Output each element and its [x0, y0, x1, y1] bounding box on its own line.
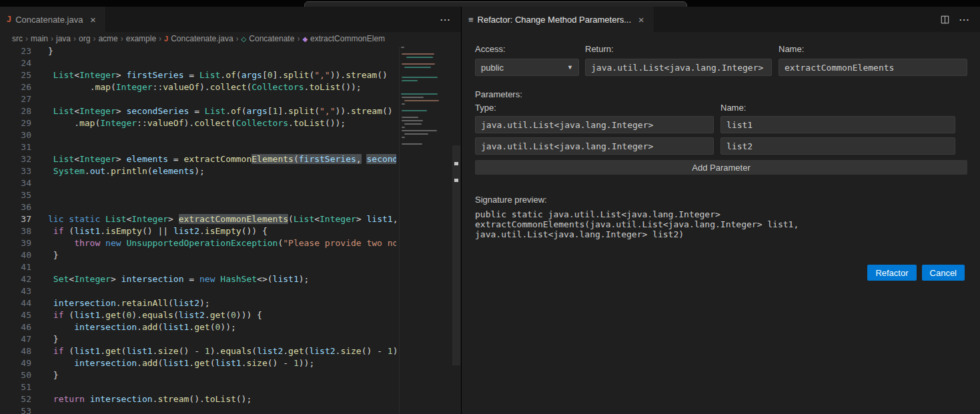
code-line[interactable]: 46 intersection.add(list1.get(0));	[0, 321, 396, 333]
return-type-input[interactable]	[585, 59, 772, 76]
code-line[interactable]: 25 List<Integer> firstSeries = List.of(a…	[0, 69, 396, 81]
breadcrumb-item[interactable]: example	[126, 34, 156, 43]
editor-more-actions-icon[interactable]: ⋯	[440, 13, 450, 26]
refactor-form: Access: Return: Name: public ▼ Parameter…	[462, 32, 980, 414]
line-number: 31	[0, 141, 31, 153]
breadcrumb-item[interactable]: ◆extractCommonElem	[302, 34, 385, 43]
tab-refactor-change-method-parameters[interactable]: ≡ Refactor: Change Method Parameters... …	[462, 7, 654, 32]
add-parameter-button[interactable]: Add Parameter	[475, 160, 967, 175]
code-line[interactable]: 40 }	[0, 249, 396, 261]
parameter-name-input[interactable]	[720, 137, 955, 155]
code-line[interactable]: 52 return intersection.stream().toList()…	[0, 393, 396, 405]
code-line[interactable]: 30	[0, 129, 396, 141]
breadcrumb-item[interactable]: java	[56, 34, 71, 43]
code-line[interactable]: 26 .map(Integer::valueOf).collect(Collec…	[0, 81, 396, 93]
parameter-row	[475, 137, 955, 155]
code-line[interactable]: 41	[0, 261, 396, 273]
tab-label: Concatenate.java	[15, 15, 83, 25]
code-line[interactable]: 34	[0, 177, 396, 189]
breadcrumb-item[interactable]: main	[31, 34, 48, 43]
signature-preview-label: Signature preview:	[475, 195, 547, 205]
line-number: 41	[0, 261, 31, 273]
code-editor[interactable]: 23}2425 List<Integer> firstSeries = List…	[0, 45, 461, 414]
line-number: 37	[0, 213, 31, 225]
breadcrumb: src›main›java›org›acme›example›JConcaten…	[0, 32, 461, 45]
code-line[interactable]: 53	[0, 405, 396, 414]
parameters-label: Parameters:	[475, 89, 522, 99]
line-number: 39	[0, 237, 31, 249]
line-number: 46	[0, 321, 31, 333]
parameter-type-input[interactable]	[475, 116, 714, 133]
line-number: 27	[0, 93, 31, 105]
code-line[interactable]: 39 throw new UnsupportedOperationExcepti…	[0, 237, 396, 249]
code-line[interactable]: 45 if (list1.get(0).equals(list2.get(0))…	[0, 309, 396, 321]
breadcrumb-item[interactable]: src	[12, 34, 23, 43]
java-file-icon: J	[7, 15, 11, 24]
overview-ruler	[452, 45, 461, 414]
code-line[interactable]: 23}	[0, 45, 396, 57]
code-line[interactable]: 43	[0, 285, 396, 297]
code-line[interactable]: 33 System.out.println(elements);	[0, 165, 396, 177]
title-bar	[0, 0, 980, 7]
code-line[interactable]: 47 }	[0, 333, 396, 345]
refactor-button[interactable]: Refactor	[867, 265, 916, 281]
line-number: 45	[0, 309, 31, 321]
line-number: 24	[0, 57, 31, 69]
signature-preview: public static java.util.List<java.lang.I…	[475, 209, 799, 239]
line-number: 47	[0, 333, 31, 345]
parameter-name-input[interactable]	[720, 116, 955, 133]
code-line[interactable]: 29 .map(Integer::valueOf).collect(Collec…	[0, 117, 396, 129]
cancel-button[interactable]: Cancel	[922, 265, 965, 281]
code-line[interactable]: 36	[0, 201, 396, 213]
access-selected-value: public	[481, 63, 504, 73]
param-rows	[475, 116, 955, 159]
chevron-down-icon: ▼	[567, 64, 573, 71]
panel-more-actions-icon[interactable]: ⋯	[959, 13, 969, 26]
tab-concatenate-java[interactable]: J Concatenate.java ×	[0, 7, 106, 32]
tab-close-icon[interactable]: ×	[87, 14, 99, 25]
line-number: 43	[0, 285, 31, 297]
param-name-label: Name:	[720, 103, 746, 113]
line-number: 33	[0, 165, 31, 177]
code-line[interactable]: 28 List<Integer> secondSeries = List.of(…	[0, 105, 396, 117]
command-center[interactable]	[304, 1, 687, 7]
code-line[interactable]: 35	[0, 189, 396, 201]
line-number: 40	[0, 249, 31, 261]
breadcrumb-item[interactable]: JConcatenate.java	[164, 34, 233, 43]
code-line[interactable]: 37lic static List<Integer> extractCommon…	[0, 213, 396, 225]
breadcrumb-item[interactable]: org	[79, 34, 90, 43]
code-line[interactable]: 50 }	[0, 369, 396, 381]
line-number: 34	[0, 177, 31, 189]
parameter-type-input[interactable]	[475, 137, 714, 155]
code-line[interactable]: 42 Set<Integer> intersection = new HashS…	[0, 273, 396, 285]
panel-close-icon[interactable]: ×	[635, 14, 647, 25]
line-number: 42	[0, 273, 31, 285]
breadcrumb-item[interactable]: ◇Concatenate	[241, 34, 295, 43]
access-select[interactable]: public ▼	[475, 59, 579, 76]
line-number: 26	[0, 81, 31, 93]
line-number: 52	[0, 393, 31, 405]
code-line[interactable]: 44 intersection.retainAll(list2);	[0, 297, 396, 309]
code-line[interactable]: 32 List<Integer> elements = extractCommo…	[0, 153, 396, 165]
breadcrumb-item[interactable]: acme	[98, 34, 117, 43]
code-line[interactable]: 48 if (list1.get(list1.size() - 1).equal…	[0, 345, 396, 357]
name-label: Name:	[779, 44, 804, 54]
code-line[interactable]: 27	[0, 93, 396, 105]
parameter-row	[475, 116, 955, 133]
code-line[interactable]: 24	[0, 57, 396, 69]
method-name-input[interactable]	[779, 59, 967, 76]
code-line[interactable]: 49 intersection.add(list1.get(list1.size…	[0, 357, 396, 369]
refactor-panel: ≡ Refactor: Change Method Parameters... …	[461, 7, 980, 414]
line-number: 29	[0, 117, 31, 129]
code-line[interactable]: 38 if (list1.isEmpty() || list2.isEmpty(…	[0, 225, 396, 237]
split-editor-icon[interactable]	[941, 15, 949, 24]
line-number: 28	[0, 105, 31, 117]
minimap[interactable]	[399, 47, 440, 414]
code-lines[interactable]: 23}2425 List<Integer> firstSeries = List…	[0, 45, 396, 414]
code-line[interactable]: 51	[0, 381, 396, 393]
line-number: 50	[0, 369, 31, 381]
code-line[interactable]: 31	[0, 141, 396, 153]
java-icon: J	[164, 35, 168, 43]
line-number: 36	[0, 201, 31, 213]
line-number: 53	[0, 405, 31, 414]
